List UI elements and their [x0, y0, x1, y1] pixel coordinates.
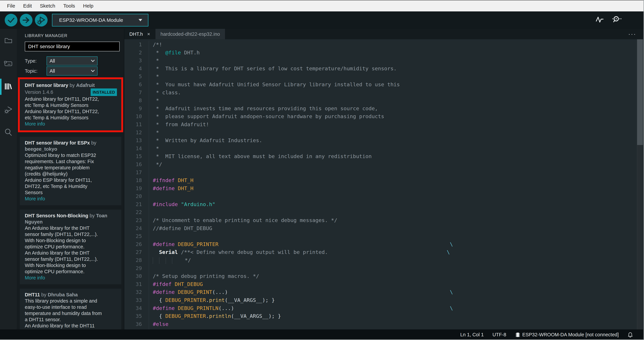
line-number: 7 [124, 89, 142, 97]
line-number: 32 [124, 288, 142, 296]
topic-filter-label: Topic: [25, 68, 46, 74]
editor-overflow-menu[interactable]: ··· [628, 29, 636, 39]
code-line: 28 */ [124, 256, 638, 264]
library-description-line: Arduino library for DHT11, DHT22, [25, 108, 117, 115]
library-description-line: sensor family (DHT11, DHT22,...). [25, 256, 117, 262]
board-selector[interactable]: ESP32-WROOM-DA Module [52, 14, 148, 27]
scrollbar-thumb[interactable] [637, 39, 643, 145]
code-line: 9 * Adafruit invests time and resources … [124, 105, 638, 113]
library-description-line: Arduino library for DHT11, DHT22, [25, 96, 117, 102]
menu-item-tools[interactable]: Tools [59, 3, 79, 9]
editor-tab-bar: DHT.h × hardcoded-dht22-esp32.ino ··· [124, 29, 644, 39]
serial-plotter-icon[interactable] [595, 15, 604, 24]
chip-icon [515, 331, 520, 338]
library-entry[interactable]: DHT sensor library by AdafruitVersion 1.… [20, 79, 121, 130]
sidebar-item-sketchbook[interactable] [0, 29, 17, 52]
line-number: 20 [124, 192, 142, 200]
line-number: 2 [124, 49, 142, 57]
type-filter-select[interactable]: All [46, 56, 98, 65]
board-status[interactable]: ESP32-WROOM-DA Module [not connected] [515, 331, 619, 338]
library-description-line: negative temperature problem [25, 165, 117, 171]
line-number: 3 [124, 57, 142, 65]
code-line: 12 * [124, 128, 638, 137]
status-bar: Ln 1, Col 1 UTF-8 ESP32-WROOM-DA Module … [0, 329, 644, 340]
verify-button[interactable] [5, 14, 18, 27]
code-line: 19#define DHT_H [124, 185, 638, 193]
code-line: 25 [124, 232, 638, 240]
code-line: 34#define DEBUG_PRINTLN(...)\ [124, 304, 638, 312]
code-line: 3 * [124, 57, 638, 65]
upload-button[interactable] [20, 14, 32, 27]
library-description-line: An Arduino library for the DHT [25, 225, 117, 231]
indent-guide [166, 257, 172, 264]
installed-badge: INSTALLED [91, 88, 117, 96]
line-number: 16 [124, 160, 142, 168]
indent-guide [153, 257, 159, 264]
board-selector-value: ESP32-WROOM-DA Module [52, 17, 138, 23]
type-filter-label: Type: [25, 58, 46, 64]
library-description-line: etc Temp & Humidity Sensors [25, 115, 117, 121]
more-info-link[interactable]: More info [25, 275, 117, 281]
debug-sidebar-icon [4, 105, 13, 114]
library-description-line: optimize CPU performance. [25, 244, 117, 250]
code-line: 30/* Setup debug printing macros. */ [124, 272, 638, 280]
library-entry[interactable]: DHT sensor library for ESPx by beegee_to… [20, 137, 121, 205]
library-description-line: Arduino ESP library for DHT11, [25, 177, 117, 183]
more-info-link[interactable]: More info [25, 121, 117, 127]
encoding-indicator[interactable]: UTF-8 [492, 332, 506, 337]
cursor-position[interactable]: Ln 1, Col 1 [460, 332, 484, 337]
menu-item-file[interactable]: File [3, 3, 19, 9]
line-number: 27 [124, 248, 142, 256]
menu-item-help[interactable]: Help [79, 3, 98, 9]
line-number: 18 [124, 176, 142, 185]
start-debugging-button[interactable] [35, 14, 48, 27]
code-line: 8 * [124, 96, 638, 105]
sidebar-item-boards-manager[interactable] [0, 52, 17, 75]
code-line: 2 * @file DHT.h [124, 49, 638, 57]
library-description-line: With Non-Blocking design to [25, 237, 117, 244]
line-number: 5 [124, 73, 142, 81]
sidebar-item-search[interactable] [0, 121, 17, 144]
library-entry-title: DHT sensor library by Adafruit [25, 82, 117, 88]
library-description-line: optimize CPU performance. [25, 268, 117, 275]
topic-filter-select[interactable]: All [46, 66, 98, 76]
tab-dht-h[interactable]: DHT.h × [124, 29, 155, 39]
line-number: 15 [124, 152, 142, 160]
sidebar-item-debug[interactable] [0, 98, 17, 121]
tab-hardcoded-dht22-esp32-ino[interactable]: hardcoded-dht22-esp32.ino [156, 29, 225, 39]
line-number: 21 [124, 200, 142, 208]
editor-scrollbar[interactable] [637, 39, 643, 329]
serial-monitor-icon[interactable] [612, 15, 622, 24]
library-entry-title: DHT Sensors Non-Blocking by Toan Nguyen [25, 213, 117, 225]
check-icon [5, 14, 18, 27]
library-description-line: Sensors [25, 190, 117, 196]
menu-item-sketch[interactable]: Sketch [36, 3, 59, 9]
arduino-ide-window: FileEditSketchToolsHelp ESP32-WROOM-DA M… [0, 0, 644, 340]
menu-item-edit[interactable]: Edit [19, 3, 36, 9]
library-description-line: With Non-Blocking design to [25, 262, 117, 268]
line-number: 37 [124, 328, 142, 329]
board-icon [4, 59, 13, 68]
line-number: 11 [124, 120, 142, 128]
library-search-input[interactable] [25, 42, 120, 51]
code-line: 23/* Uncomment to enable printing out ni… [124, 216, 638, 224]
chevron-down-icon [90, 59, 95, 63]
code-line: 32#define DEBUG_PRINT(...)\ [124, 288, 638, 296]
code-line: 15 * MIT license, all text above must be… [124, 152, 638, 160]
library-results-list: DHT sensor library by AdafruitVersion 1.… [17, 77, 124, 329]
line-number: 29 [124, 264, 142, 272]
library-entry[interactable]: DHT11 by Dhruba SahaThis library provide… [20, 289, 121, 329]
code-editor[interactable]: 1/*!2 * @file DHT.h3 *4 * This is a libr… [124, 39, 638, 329]
library-entry[interactable]: DHT Sensors Non-Blocking by Toan NguyenA… [20, 210, 121, 284]
line-number: 14 [124, 144, 142, 152]
more-info-link[interactable]: More info [25, 196, 117, 202]
close-tab-icon[interactable]: × [147, 31, 150, 37]
library-manager-panel: LIBRARY MANAGER Type: All Topic: All DHT… [17, 29, 124, 329]
chevron-down-icon [138, 19, 142, 21]
sidebar-item-library-manager[interactable] [0, 75, 17, 98]
line-number: 24 [124, 224, 142, 232]
line-number: 9 [124, 105, 142, 113]
notifications-bell-icon[interactable] [628, 331, 633, 338]
library-description-line: requirements. Last changes: Fix [25, 158, 117, 165]
line-number: 36 [124, 320, 142, 328]
